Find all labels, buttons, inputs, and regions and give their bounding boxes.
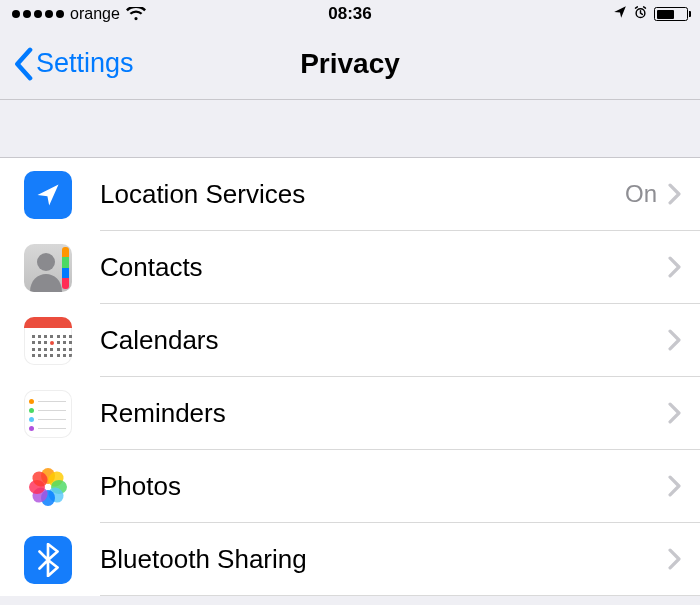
row-value: On bbox=[625, 180, 657, 208]
chevron-left-icon bbox=[12, 47, 34, 81]
row-label: Calendars bbox=[100, 325, 667, 356]
nav-bar: Settings Privacy bbox=[0, 28, 700, 100]
row-bluetooth-sharing[interactable]: Bluetooth Sharing bbox=[0, 523, 700, 596]
row-label: Reminders bbox=[100, 398, 667, 429]
calendar-icon bbox=[24, 317, 72, 365]
chevron-right-icon bbox=[667, 256, 682, 278]
row-photos[interactable]: Photos bbox=[0, 450, 700, 523]
svg-point-1 bbox=[37, 253, 55, 271]
back-label: Settings bbox=[36, 48, 134, 79]
row-label: Bluetooth Sharing bbox=[100, 544, 667, 575]
row-calendars[interactable]: Calendars bbox=[0, 304, 700, 377]
location-arrow-icon bbox=[613, 5, 627, 23]
row-reminders[interactable]: Reminders bbox=[0, 377, 700, 450]
screen: orange 08:36 Settings Privacy bbox=[0, 0, 700, 605]
contacts-icon bbox=[24, 244, 72, 292]
reminders-icon bbox=[24, 390, 72, 438]
chevron-right-icon bbox=[667, 548, 682, 570]
carrier-label: orange bbox=[70, 5, 120, 23]
group-spacer bbox=[0, 100, 700, 158]
alarm-icon bbox=[633, 5, 648, 24]
status-bar: orange 08:36 bbox=[0, 0, 700, 28]
row-label: Location Services bbox=[100, 179, 625, 210]
chevron-right-icon bbox=[667, 475, 682, 497]
signal-strength-icon bbox=[12, 10, 64, 18]
photos-icon bbox=[24, 463, 72, 511]
row-location-services[interactable]: Location Services On bbox=[0, 158, 700, 231]
wifi-icon bbox=[126, 7, 146, 21]
bluetooth-icon bbox=[24, 536, 72, 584]
back-button[interactable]: Settings bbox=[0, 47, 134, 81]
row-label: Photos bbox=[100, 471, 667, 502]
chevron-right-icon bbox=[667, 183, 682, 205]
row-label: Contacts bbox=[100, 252, 667, 283]
privacy-list: Location Services On Contacts bbox=[0, 158, 700, 596]
chevron-right-icon bbox=[667, 402, 682, 424]
chevron-right-icon bbox=[667, 329, 682, 351]
battery-icon bbox=[654, 7, 688, 21]
location-icon bbox=[24, 171, 72, 219]
row-contacts[interactable]: Contacts bbox=[0, 231, 700, 304]
